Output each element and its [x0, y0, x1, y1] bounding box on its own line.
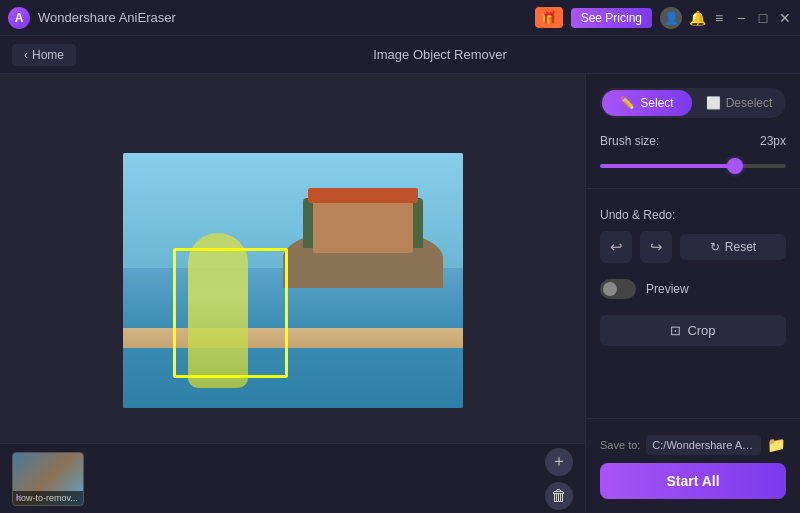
notification-icon[interactable]: 🔔: [690, 11, 704, 25]
save-row: Save to: C:/Wondershare AniEraser/li 📁: [600, 435, 786, 455]
undo-redo-label: Undo & Redo:: [600, 208, 675, 222]
minimize-button[interactable]: −: [734, 11, 748, 25]
crop-icon: ⊡: [670, 323, 681, 338]
close-button[interactable]: ✕: [778, 11, 792, 25]
brush-size-slider[interactable]: [600, 164, 786, 168]
redo-button[interactable]: ↪: [640, 231, 672, 263]
pricing-button[interactable]: See Pricing: [571, 8, 652, 28]
main-content: ✋ − 100% + how-to-remov... ✓ ＋ 🗑 ✏️ Sele…: [0, 74, 800, 513]
thumbnail-strip: how-to-remov... ✓ ＋ 🗑: [0, 443, 585, 513]
delete-file-button[interactable]: 🗑: [545, 482, 573, 510]
reset-button[interactable]: ↻ Reset: [680, 234, 786, 260]
thumbnail-item[interactable]: how-to-remov... ✓: [12, 452, 84, 506]
undo-redo-section: Undo & Redo: ↩ ↪ ↻ Reset: [600, 205, 786, 263]
title-bar: A Wondershare AniEraser 🎁 See Pricing 👤 …: [0, 0, 800, 36]
title-bar-left: A Wondershare AniEraser: [8, 7, 176, 29]
gift-button[interactable]: 🎁: [535, 7, 563, 28]
undo-redo-row: ↩ ↪ ↻ Reset: [600, 231, 786, 263]
save-path-selector[interactable]: C:/Wondershare AniEraser/li: [646, 435, 761, 455]
preview-toggle[interactable]: [600, 279, 636, 299]
preview-row: Preview: [600, 279, 786, 299]
brush-size-row: Brush size: 23px: [600, 134, 786, 148]
add-file-button[interactable]: ＋: [545, 448, 573, 476]
selection-box[interactable]: [173, 248, 288, 378]
reset-icon: ↻: [710, 240, 720, 254]
brush-size-value: 23px: [760, 134, 786, 148]
avatar[interactable]: 👤: [660, 7, 682, 29]
right-panel: ✏️ Select ⬜ Deselect Brush size: 23px Un…: [585, 74, 800, 513]
brush-size-label: Brush size:: [600, 134, 659, 148]
home-button[interactable]: ‹ Home: [12, 44, 76, 66]
app-logo: A: [8, 7, 30, 29]
select-deselect-toggle: ✏️ Select ⬜ Deselect: [600, 88, 786, 118]
thumbnail-label: how-to-remov...: [13, 491, 83, 505]
title-bar-right: 🎁 See Pricing 👤 🔔 ≡ − □ ✕: [535, 7, 792, 29]
app-title: Wondershare AniEraser: [38, 10, 176, 25]
island: [283, 168, 443, 288]
save-to-label: Save to:: [600, 439, 640, 451]
image-container[interactable]: [16, 90, 569, 471]
crop-button[interactable]: ⊡ Crop: [600, 315, 786, 346]
folder-button[interactable]: 📁: [767, 436, 786, 454]
preview-label: Preview: [646, 282, 689, 296]
save-section: Save to: C:/Wondershare AniEraser/li 📁 S…: [600, 418, 786, 499]
eraser-icon: ⬜: [706, 96, 721, 110]
brush-size-section: Brush size: 23px: [600, 134, 786, 172]
menu-icon[interactable]: ≡: [712, 11, 726, 25]
brush-icon: ✏️: [620, 96, 635, 110]
toolbar: ‹ Home Image Object Remover: [0, 36, 800, 74]
thumbnail-check-icon: ✓: [15, 492, 23, 503]
maximize-button[interactable]: □: [756, 11, 770, 25]
deselect-button[interactable]: ⬜ Deselect: [694, 90, 784, 116]
divider-1: [586, 188, 800, 189]
undo-button[interactable]: ↩: [600, 231, 632, 263]
chevron-left-icon: ‹: [24, 48, 28, 62]
page-title: Image Object Remover: [92, 47, 788, 62]
thumbnail-actions: ＋ 🗑: [545, 448, 573, 510]
start-all-button[interactable]: Start All: [600, 463, 786, 499]
divider-2: [586, 418, 800, 419]
slider-container: [600, 154, 786, 172]
island-building: [313, 198, 413, 253]
canvas-area: ✋ − 100% + how-to-remov... ✓ ＋ 🗑: [0, 74, 585, 513]
island-roof: [308, 188, 418, 203]
select-button[interactable]: ✏️ Select: [602, 90, 692, 116]
main-image: [123, 153, 463, 408]
